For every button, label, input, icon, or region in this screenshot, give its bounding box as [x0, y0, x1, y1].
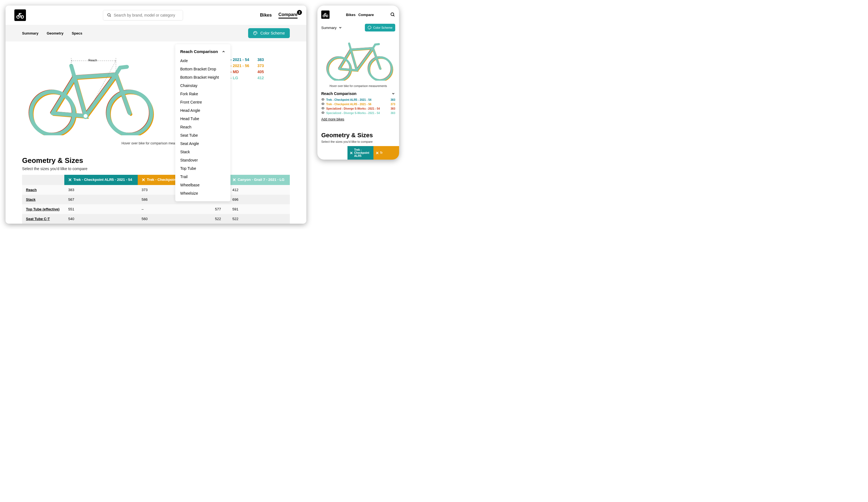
svg-point-31 — [323, 112, 323, 113]
color-scheme-button[interactable]: Color Scheme — [248, 28, 290, 38]
dropdown-item[interactable]: Bottom Bracket Height — [178, 73, 227, 81]
column-label: Canyon - Grail 7 - 2021 - LG — [238, 177, 285, 182]
row-name[interactable]: Seat Tube C-T — [22, 214, 64, 224]
tabs: Summary Geometry Specs — [22, 31, 82, 35]
row-name[interactable]: Stack — [22, 195, 64, 204]
m-geometry-subtitle: Select the sizes you'd lilke to compare — [317, 140, 399, 146]
search-wrap — [31, 10, 255, 20]
comparison-row[interactable]: - 2021 - 56373 — [230, 63, 264, 69]
dropdown-item[interactable]: Trail — [178, 173, 227, 181]
content: Reach Hover over bike for comparison mea… — [6, 41, 306, 145]
dropdown-item[interactable]: Fork Rake — [178, 90, 227, 98]
search-icon[interactable] — [390, 12, 395, 17]
svg-point-30 — [323, 108, 323, 109]
m-geometry-title: Geometry & Sizes — [317, 123, 399, 140]
nav-bikes[interactable]: Bikes — [260, 13, 272, 18]
dropdown-item[interactable]: Head Angle — [178, 106, 227, 115]
eye-icon[interactable] — [321, 106, 324, 110]
m-reach-dropdown[interactable]: Reach Comparison — [317, 88, 399, 98]
dropdown-item[interactable]: Axle — [178, 57, 227, 65]
m-comparison-row[interactable]: Specialized - Diverge S-Works - 2021 - 5… — [321, 111, 395, 115]
dropdown-item[interactable]: Stack — [178, 148, 227, 156]
comparison-peek-list: - 2021 - 54383- 2021 - 56373- MD405- LG4… — [230, 57, 264, 81]
m-comparison-row[interactable]: Specialized - Diverge S-Works - 2021 - 5… — [321, 106, 395, 111]
svg-point-29 — [323, 104, 323, 104]
remove-chip-button[interactable]: ✕ — [376, 151, 379, 155]
dropdown-header[interactable]: Reach Comparison — [178, 48, 227, 57]
tab-geometry[interactable]: Geometry — [46, 31, 63, 35]
logo[interactable] — [14, 9, 26, 21]
mobile-window: Bikes Compare Summary Color Scheme Hover… — [317, 6, 399, 160]
table-row: Seat Tube C-T540560522522 — [22, 214, 290, 224]
eye-icon[interactable] — [321, 102, 324, 105]
dropdown-title: Reach Comparison — [180, 49, 218, 54]
dropdown-item[interactable]: Seat Angle — [178, 140, 227, 148]
bike-chip[interactable]: ✕Trek - Checkpoint ALR5 — [348, 146, 373, 160]
remove-column-button[interactable]: ✕ — [68, 178, 72, 182]
dropdown-item[interactable]: Standover — [178, 156, 227, 164]
eye-icon[interactable] — [321, 111, 324, 114]
m-chip-spacer — [317, 146, 348, 160]
dropdown-item[interactable]: Front Centre — [178, 98, 227, 106]
column-label: Trek - Checkpoint ALR5 - 2021 - 54 — [73, 177, 132, 182]
m-color-scheme-button[interactable]: Color Scheme — [365, 24, 395, 31]
chip-label: Trek - Checkpoint ALR5 — [354, 148, 371, 157]
cell-value: 522 — [228, 214, 290, 224]
tab-specs[interactable]: Specs — [72, 31, 82, 35]
row-name[interactable]: Reach — [22, 185, 64, 195]
chevron-down-icon — [338, 26, 342, 30]
cell-value: 591 — [228, 204, 290, 214]
m-logo[interactable] — [321, 10, 330, 19]
comparison-row[interactable]: - LG412 — [230, 75, 264, 81]
cell-value: 522 — [211, 214, 228, 224]
chip-label: Tr — [380, 151, 383, 154]
m-comparison-row[interactable]: Trek - Checkpoint ALR5 - 2021 - 54383 — [321, 98, 395, 102]
geometry-section: Geometry & Sizes Select the sizes you'd … — [6, 145, 306, 224]
m-subheader: Summary Color Scheme — [317, 21, 399, 34]
m-bike-diagram[interactable] — [317, 34, 399, 83]
cell-value: 551 — [64, 204, 138, 214]
geometry-title: Geometry & Sizes — [22, 156, 290, 165]
dropdown-item[interactable]: Wheelbase — [178, 181, 227, 189]
color-scheme-label: Color Scheme — [260, 31, 285, 35]
row-name[interactable]: Top Tube (effective) — [22, 204, 64, 214]
table-column-header: ✕Trek - Checkpoint ALR5 - 2021 - 54 — [64, 175, 138, 185]
comparison-row[interactable]: - MD405 — [230, 69, 264, 75]
palette-icon — [253, 31, 258, 35]
dropdown-item[interactable]: Wheelsize — [178, 189, 227, 197]
remove-column-button[interactable]: ✕ — [232, 178, 236, 182]
bike-chip[interactable]: ✕Tr — [373, 146, 399, 160]
nav-compare[interactable]: Compare 2 — [278, 12, 298, 19]
add-more-bikes-link[interactable]: Add more bikes — [317, 115, 399, 123]
cell-value: 412 — [228, 185, 290, 195]
m-nav-bikes[interactable]: Bikes — [346, 13, 355, 17]
dropdown-item[interactable]: Seat Tube — [178, 131, 227, 140]
nav-compare-label: Compare — [278, 12, 298, 17]
remove-column-button[interactable]: ✕ — [142, 178, 145, 182]
m-comparison-row[interactable]: Trek - Checkpoint ALR5 - 2021 - 56373 — [321, 102, 395, 106]
remove-chip-button[interactable]: ✕ — [350, 151, 353, 155]
m-bike-caption: Hover over bike for comparison measureme… — [317, 84, 399, 88]
bike-diagram[interactable]: Reach — [22, 52, 155, 136]
cell-value: 560 — [138, 214, 211, 224]
dropdown-item[interactable]: Top Tube — [178, 164, 227, 173]
dropdown-item[interactable]: Chainstay — [178, 81, 227, 90]
m-nav-compare[interactable]: Compare — [358, 13, 374, 17]
comparison-row[interactable]: - 2021 - 54383 — [230, 57, 264, 63]
m-comparison-list: Trek - Checkpoint ALR5 - 2021 - 54383Tre… — [317, 98, 399, 115]
search-input[interactable] — [114, 13, 179, 17]
cell-value: – — [138, 204, 211, 214]
geometry-subtitle: Select the sizes you'd lilke to compare — [22, 166, 290, 171]
cell-value: 577 — [211, 204, 228, 214]
cell-value: 383 — [64, 185, 138, 195]
eye-icon[interactable] — [321, 98, 324, 101]
dropdown-item[interactable]: Bottom Bracket Drop — [178, 65, 227, 73]
cell-value: 567 — [64, 195, 138, 204]
dropdown-item[interactable]: Reach — [178, 123, 227, 131]
svg-line-21 — [393, 15, 394, 16]
m-color-scheme-label: Color Scheme — [373, 26, 392, 29]
m-summary-dropdown[interactable]: Summary — [321, 26, 342, 30]
dropdown-item[interactable]: Head Tube — [178, 115, 227, 123]
search-box[interactable] — [103, 10, 183, 20]
tab-summary[interactable]: Summary — [22, 31, 38, 35]
